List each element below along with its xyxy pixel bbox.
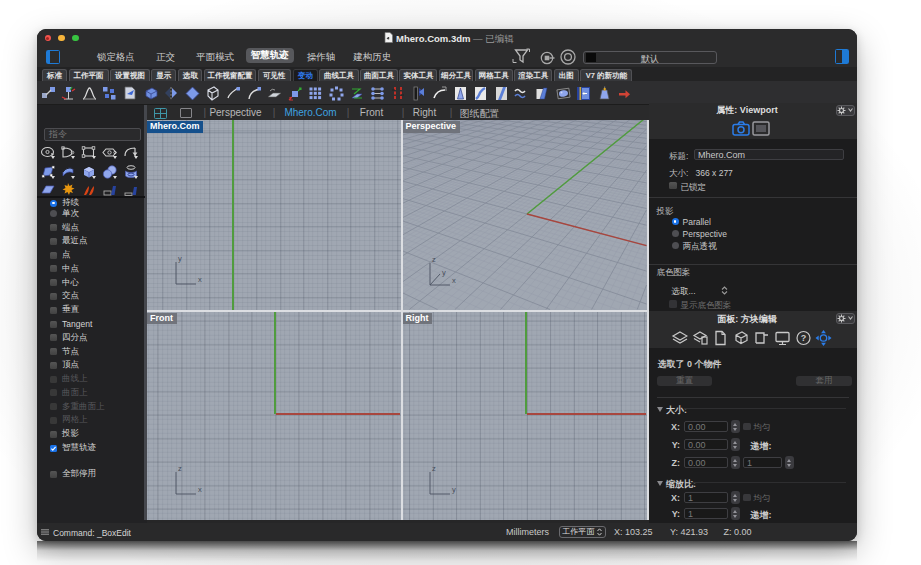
svg-text:?: ? (800, 333, 806, 343)
